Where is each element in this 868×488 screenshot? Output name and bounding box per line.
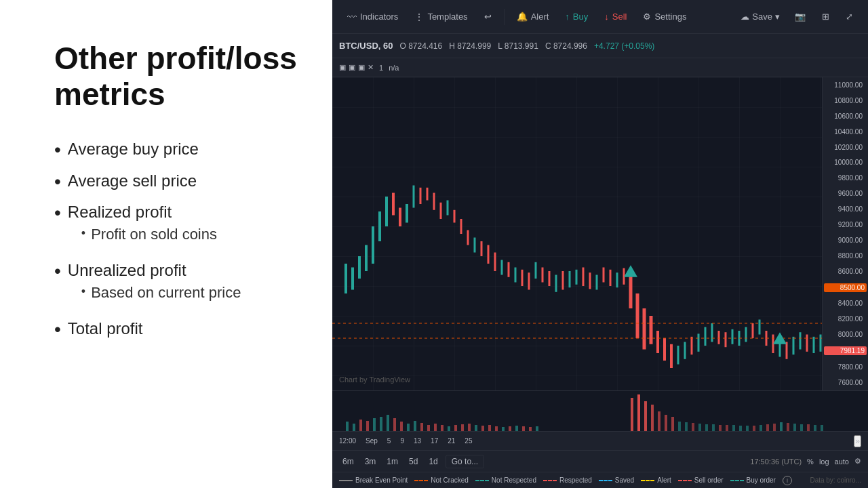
settings-label: Settings xyxy=(654,12,686,22)
alert-icon: 🔔 xyxy=(517,12,528,22)
svg-rect-83 xyxy=(380,417,382,432)
price-10200: 10200.00 xyxy=(824,144,867,151)
chart-area[interactable]: 11000.00 10800.00 10600.00 10400.00 1020… xyxy=(332,77,868,390)
time-sep: Sep xyxy=(366,437,378,445)
svg-rect-88 xyxy=(414,421,416,432)
buy-icon: ↑ xyxy=(565,12,570,22)
legend-not-cracked: Not Cracked xyxy=(414,476,469,484)
svg-rect-115 xyxy=(685,422,688,432)
list-item-avg-buy: • Average buy price xyxy=(54,140,298,161)
svg-rect-109 xyxy=(644,401,647,432)
price-8000: 8000.00 xyxy=(824,331,867,338)
bullet-dot-4: • xyxy=(54,261,61,282)
chart-panel: 〰 Indicators ⋮ Templates ↩ 🔔 Alert ↑ Buy… xyxy=(332,0,868,488)
list-item-unrealized: • Unrealized profit • Based on current p… xyxy=(54,261,298,308)
svg-rect-78 xyxy=(346,422,349,432)
tf-5d-button[interactable]: 5d xyxy=(406,455,421,468)
svg-rect-111 xyxy=(658,411,660,432)
gear-icon: ⚙ xyxy=(643,12,651,22)
chart-watermark: Chart by TradingView xyxy=(339,375,410,384)
goto-button[interactable]: Go to... xyxy=(446,455,484,468)
time-5: 5 xyxy=(387,437,391,445)
list-item-total: • Total profit xyxy=(54,319,298,340)
bullet-dot-3: • xyxy=(54,203,61,224)
save-button[interactable]: ☁ Save ▾ xyxy=(735,9,785,24)
svg-rect-84 xyxy=(387,415,389,432)
sub-item-current-price: • Based on current price xyxy=(68,284,241,302)
bottom-right: 17:50:36 (UTC) % log auto ⚙ xyxy=(750,457,861,466)
bullet-dot-2: • xyxy=(54,171,61,192)
time-17: 17 xyxy=(431,437,438,445)
legend-label-not-respected: Not Respected xyxy=(492,476,536,484)
item-label-total: Total profit xyxy=(68,319,143,338)
alert-label: Alert xyxy=(531,12,549,22)
alert-button[interactable]: 🔔 Alert xyxy=(510,8,556,25)
legend-info-icon[interactable]: i xyxy=(783,476,792,485)
indicators-button[interactable]: 〰 Indicators xyxy=(340,8,405,26)
sub-item-sold-coins: • Profit on sold coins xyxy=(68,226,217,243)
save-chevron-icon: ▾ xyxy=(775,12,780,22)
legend-line-sell-order xyxy=(678,480,692,481)
svg-rect-85 xyxy=(393,418,396,432)
item-label-unrealized: Unrealized profit xyxy=(68,261,186,279)
auto-toggle[interactable]: auto xyxy=(835,458,849,466)
legend-label-sell-order: Sell order xyxy=(694,476,724,484)
tf-3m-button[interactable]: 3m xyxy=(361,455,380,468)
chart-svg xyxy=(332,77,868,390)
templates-icon: ⋮ xyxy=(414,12,424,22)
pair-label: BTC/USD, 60 xyxy=(339,41,393,51)
legend-line-saved xyxy=(599,480,612,481)
legend-saved: Saved xyxy=(599,476,634,484)
price-10000: 10000.00 xyxy=(824,159,867,166)
tf-1d-button[interactable]: 1d xyxy=(425,455,441,468)
undo-button[interactable]: ↩ xyxy=(477,8,498,25)
candle-row: ▣ ▣ ▣ ✕ 1 n/a xyxy=(332,58,868,77)
list-item-realized: • Realized profit • Profit on sold coins xyxy=(54,203,298,250)
settings-icon-bottom[interactable]: ⚙ xyxy=(854,457,861,466)
undo-icon: ↩ xyxy=(484,12,492,22)
fullscreen-button[interactable]: ⤢ xyxy=(839,8,860,25)
pct-toggle[interactable]: % xyxy=(807,458,814,466)
scroll-right-button[interactable]: » xyxy=(854,435,861,447)
time-1200: 12:00 xyxy=(339,437,356,445)
tf-1m-button[interactable]: 1m xyxy=(383,455,401,468)
fullscreen-icon: ⤢ xyxy=(846,12,853,22)
svg-rect-86 xyxy=(400,422,403,432)
list-item-avg-sell: • Average sell price xyxy=(54,171,298,192)
time-9: 9 xyxy=(400,437,404,445)
settings-button[interactable]: ⚙ Settings xyxy=(636,8,693,25)
buy-button[interactable]: ↑ Buy xyxy=(558,8,595,25)
svg-rect-82 xyxy=(373,418,376,432)
log-toggle[interactable]: log xyxy=(819,458,829,466)
legend-label-not-cracked: Not Cracked xyxy=(431,476,469,484)
slide-title: Other profit/loss metrics xyxy=(54,41,298,113)
low-price: L 8713.991 xyxy=(498,41,538,51)
close-x-icon: ✕ xyxy=(368,63,374,72)
legend-respected: Respected xyxy=(543,476,592,484)
legend-alert: Alert xyxy=(641,476,671,484)
templates-button[interactable]: ⋮ Templates xyxy=(408,8,474,26)
high-price: H 8724.999 xyxy=(449,41,491,51)
bullet-list: • Average buy price • Average sell price… xyxy=(54,140,298,351)
svg-rect-108 xyxy=(637,394,640,432)
sub-list-unrealized: • Based on current price xyxy=(68,284,241,302)
candle-icon-2: ▣ xyxy=(349,63,355,72)
camera-button[interactable]: 📷 xyxy=(788,8,812,25)
price-8600: 8600.00 xyxy=(824,268,867,275)
tf-6m-button[interactable]: 6m xyxy=(339,455,357,468)
price-9200: 9200.00 xyxy=(824,221,867,228)
legend-label-alert: Alert xyxy=(657,476,671,484)
time-13: 13 xyxy=(414,437,421,445)
price-scale: 11000.00 10800.00 10600.00 10400.00 1020… xyxy=(822,77,868,390)
legend-break-even: Break Even Point xyxy=(339,476,408,484)
layout-button[interactable]: ⊞ xyxy=(815,8,836,25)
price-11000: 11000.00 xyxy=(824,81,867,89)
buy-label: Buy xyxy=(573,12,588,22)
price-9000: 9000.00 xyxy=(824,237,867,244)
indicators-icon: 〰 xyxy=(347,12,357,22)
legend-line-not-respected xyxy=(475,480,489,481)
svg-rect-110 xyxy=(651,405,654,432)
price-7600: 7600.00 xyxy=(824,379,867,386)
sell-button[interactable]: ↓ Sell xyxy=(597,8,633,25)
sub-label-sold-coins: Profit on sold coins xyxy=(91,226,217,243)
